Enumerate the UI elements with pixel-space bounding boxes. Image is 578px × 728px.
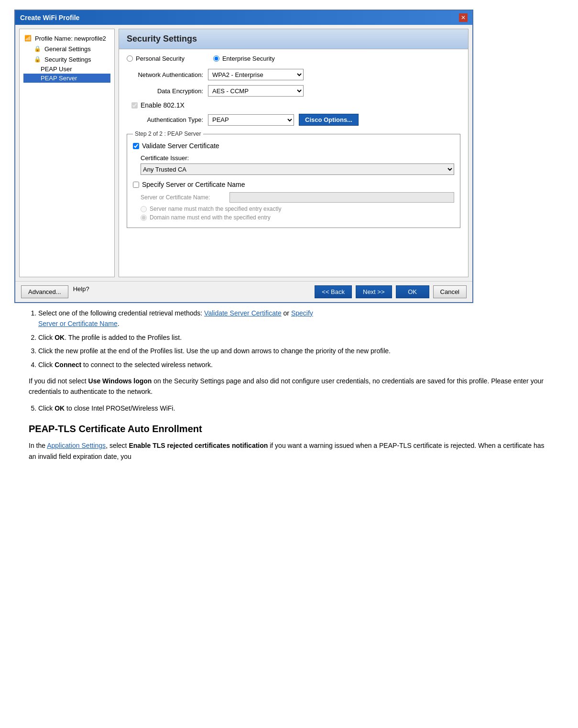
lock-icon-general: 🔒 — [33, 44, 42, 53]
wifi-icon: 📶 — [23, 34, 32, 43]
create-wifi-dialog: Create WiFi Profile ✕ 📶 Profile Name: ne… — [14, 10, 473, 303]
close-button[interactable]: ✕ — [459, 13, 468, 22]
validate-cert-row: Validate Server Certificate — [133, 142, 454, 150]
validate-cert-label: Validate Server Certificate — [142, 142, 219, 150]
final-paragraph: In the Application Settings, select Enab… — [29, 440, 549, 462]
data-enc-select[interactable]: AES - CCMP — [208, 85, 304, 97]
back-button[interactable]: << Back — [315, 285, 352, 298]
cert-issuer-section: Certificate Issuer: Any Trusted CA — [133, 154, 454, 181]
match-exactly-label: Server name must match the specified ent… — [150, 206, 281, 212]
content-panel: Security Settings Personal Security Ente… — [119, 29, 469, 277]
specify-server-checkbox[interactable] — [133, 182, 139, 188]
step5-list: Click OK to close Intel PROSet/Wireless … — [38, 403, 549, 413]
step-4: Click Connect to connect to the selected… — [38, 359, 549, 370]
enable-8021x-checkbox[interactable] — [131, 102, 138, 109]
page-wrapper: Create WiFi Profile ✕ 📶 Profile Name: ne… — [0, 0, 578, 491]
ok-button[interactable]: OK — [396, 285, 429, 298]
specify-server-label: Specify Server or Certificate Name — [142, 181, 245, 188]
nav-item-general-settings[interactable]: 🔒 General Settings — [23, 43, 110, 54]
dialog-footer: Advanced... Help? << Back Next >> OK Can… — [15, 281, 472, 302]
domain-match-row: Domain name must end with the specified … — [133, 214, 454, 221]
app-settings-link[interactable]: Application Settings — [47, 442, 106, 449]
enable-8021x-row: Enable 802.1X — [127, 101, 460, 109]
nav-item-profile-name[interactable]: 📶 Profile Name: newprofile2 — [23, 33, 110, 43]
server-name-label: Server or Certificate Name: — [141, 194, 227, 201]
footer-right: << Back Next >> OK Cancel — [315, 285, 467, 298]
cert-issuer-label: Certificate Issuer: — [141, 154, 454, 162]
connect-bold: Connect — [55, 361, 81, 369]
nav-item-peap-server[interactable]: PEAP Server — [23, 74, 110, 83]
help-link[interactable]: Help? — [73, 285, 89, 298]
server-name-input[interactable] — [229, 192, 454, 203]
data-enc-row: Data Encryption: AES - CCMP — [127, 85, 460, 97]
domain-match-label: Domain name must end with the specified … — [150, 214, 271, 221]
network-auth-label: Network Authentication: — [127, 71, 203, 78]
page-content: Select one of the following credential r… — [14, 303, 564, 482]
nav-label-peap-user: PEAP User — [41, 65, 72, 73]
next-button[interactable]: Next >> — [356, 285, 392, 298]
enterprise-security-option[interactable]: Enterprise Security — [213, 55, 275, 62]
nav-label-peap-server: PEAP Server — [41, 75, 77, 82]
peap-tls-heading: PEAP-TLS Certificate Auto Enrollment — [29, 421, 549, 436]
enterprise-security-label: Enterprise Security — [222, 55, 275, 62]
nav-label-profile: Profile Name: newprofile2 — [35, 35, 106, 42]
dialog-titlebar: Create WiFi Profile ✕ — [15, 11, 472, 25]
validate-cert-checkbox[interactable] — [133, 143, 139, 149]
dialog-body: 📶 Profile Name: newprofile2 🔒 General Se… — [15, 25, 472, 281]
footer-left: Advanced... Help? — [21, 285, 89, 298]
auth-type-row: Authentication Type: PEAP Cisco Options.… — [127, 114, 460, 126]
enterprise-security-radio[interactable] — [213, 55, 219, 62]
domain-match-radio[interactable] — [141, 215, 147, 221]
instructions-list: Select one of the following credential r… — [38, 308, 549, 370]
use-windows-logon-bold: Use Windows logon — [88, 377, 152, 385]
security-type-row: Personal Security Enterprise Security — [127, 55, 460, 62]
cisco-options-button[interactable]: Cisco Options... — [299, 114, 359, 126]
step-group: Step 2 of 2 : PEAP Server Validate Serve… — [127, 130, 460, 228]
auth-type-select[interactable]: PEAP — [208, 114, 294, 126]
ok-close-bold: OK — [55, 404, 65, 412]
section-title: Security Settings — [127, 34, 197, 43]
personal-security-label: Personal Security — [136, 55, 185, 62]
ok-bold: OK — [55, 334, 65, 341]
nav-panel: 📶 Profile Name: newprofile2 🔒 General Se… — [19, 29, 115, 277]
enable-8021x-label: Enable 802.1X — [141, 101, 185, 109]
personal-security-radio[interactable] — [127, 55, 133, 62]
network-auth-row: Network Authentication: WPA2 - Enterpris… — [127, 69, 460, 80]
step-1: Select one of the following credential r… — [38, 308, 549, 329]
server-name-row: Server or Certificate Name: — [133, 192, 454, 203]
match-exactly-row: Server name must match the specified ent… — [133, 206, 454, 212]
content-header: Security Settings — [119, 29, 468, 49]
nav-item-peap-user[interactable]: PEAP User — [23, 65, 110, 74]
nav-label-security: Security Settings — [44, 56, 91, 63]
cancel-button[interactable]: Cancel — [433, 285, 467, 298]
nav-item-security-settings[interactable]: 🔒 Security Settings — [23, 54, 110, 65]
step-5: Click OK to close Intel PROSet/Wireless … — [38, 403, 549, 413]
step-2: Click OK. The profile is added to the Pr… — [38, 332, 549, 343]
enable-tls-bold: Enable TLS rejected certificates notific… — [129, 442, 268, 449]
network-auth-select[interactable]: WPA2 - Enterprise — [208, 69, 304, 80]
step-3: Click the new profile at the end of the … — [38, 346, 549, 356]
data-enc-label: Data Encryption: — [127, 87, 203, 95]
step-legend: Step 2 of 2 : PEAP Server — [133, 130, 203, 137]
dialog-title: Create WiFi Profile — [20, 14, 79, 22]
validate-cert-link[interactable]: Validate Server Certificate — [204, 309, 282, 317]
nav-label-general: General Settings — [44, 45, 91, 53]
lock-icon-security: 🔒 — [33, 55, 42, 64]
note-paragraph: If you did not select Use Windows logon … — [29, 376, 549, 397]
personal-security-option[interactable]: Personal Security — [127, 55, 185, 62]
match-exactly-radio[interactable] — [141, 206, 147, 212]
content-body: Personal Security Enterprise Security Ne… — [119, 49, 468, 238]
specify-server-row: Specify Server or Certificate Name — [133, 181, 454, 188]
cert-issuer-select[interactable]: Any Trusted CA — [141, 163, 454, 175]
auth-type-label: Authentication Type: — [127, 116, 203, 123]
advanced-button[interactable]: Advanced... — [21, 285, 68, 298]
